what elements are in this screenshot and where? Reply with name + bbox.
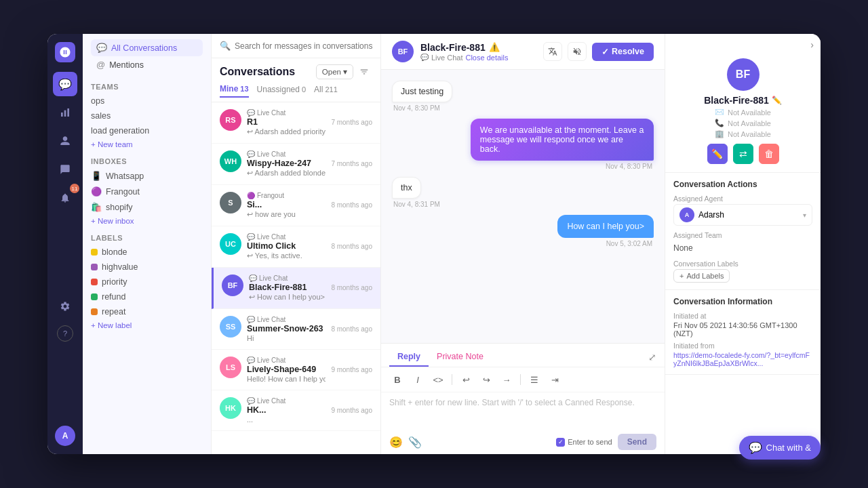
conv-item-si[interactable]: S 🟣 Frangout Si... ↩ how are you 8 month… <box>212 185 380 226</box>
chat-header-sub: 💬 Live Chat Close details <box>420 54 536 62</box>
msg-how-can: How can I help you> Nov 5, 3:02 AM <box>557 215 654 247</box>
right-panel-toggle: › <box>665 34 821 53</box>
contact-name-text: Black-Fire-881 <box>704 95 769 106</box>
tab-reply[interactable]: Reply <box>389 348 429 367</box>
private-note-tab-label: Private Note <box>437 352 484 361</box>
nav-conversations[interactable]: 💬 <box>53 72 77 96</box>
contact-phone-row: 📞 Not Available <box>715 119 771 127</box>
inbox-whatsapp-label: Whatsapp <box>106 171 144 181</box>
livechat-icon-uc: 💬 <box>247 233 255 241</box>
panel-collapse-chevron[interactable]: › <box>810 39 814 50</box>
resolve-button[interactable]: ✓ Resolve <box>592 43 654 61</box>
svg-rect-0 <box>61 113 63 117</box>
search-bar: 🔍 <box>212 34 380 58</box>
tab-mine[interactable]: Mine 13 <box>220 84 249 98</box>
tab-unassigned[interactable]: Unassigned 0 <box>257 85 307 97</box>
sidebar-label-priority[interactable]: priority <box>83 274 211 289</box>
contact-action-edit[interactable]: ✏️ <box>707 144 728 164</box>
assigned-agent-selector[interactable]: A Adarsh ▾ <box>673 204 812 226</box>
conv-preview-wh: ↩ Adarsh added blonde <box>247 169 326 178</box>
right-panel: › BF Black-Fire-881 ✏️ ✉️ Not Available … <box>665 34 821 454</box>
translate-icon-btn[interactable] <box>543 42 562 61</box>
conv-avatar-bf: BF <box>222 274 243 296</box>
redo-btn[interactable]: ↪ <box>478 371 494 388</box>
user-avatar[interactable]: A <box>55 426 75 446</box>
shopify-icon: 🛍️ <box>91 202 102 212</box>
reply-tabs: Reply Private Note ⤢ <box>381 344 665 367</box>
msg-bubble-just-testing: Just testing <box>392 81 452 102</box>
nav-contacts[interactable] <box>53 129 77 153</box>
logo <box>55 42 75 62</box>
sidebar-inbox-whatsapp[interactable]: 📱 Whatsapp <box>83 168 211 184</box>
add-inbox-link[interactable]: + New inbox <box>83 215 211 227</box>
tab-private-note[interactable]: Private Note <box>429 348 492 367</box>
reply-input-area[interactable]: Shift + enter for new line. Start with '… <box>381 392 665 430</box>
conv-item-wh[interactable]: WH 💬 Live Chat Wispy-Haze-247 ↩ Adarsh a… <box>212 144 380 185</box>
mute-icon-btn[interactable] <box>568 42 587 61</box>
nav-messages[interactable] <box>53 157 77 182</box>
label-dot-blonde <box>91 249 98 256</box>
conv-item-ls[interactable]: LS 💬 Live Chat Lively-Shape-649 Hello! H… <box>212 350 380 390</box>
reply-box: Reply Private Note ⤢ B I <> ↩ ↪ → ☰ ⇥ <box>381 343 665 454</box>
conv-item-bf[interactable]: BF 💬 Live Chat Black-Fire-881 ↩ How can … <box>212 268 380 309</box>
conv-item-hk[interactable]: HK 💬 Live Chat HK... ... 9 months ago <box>212 390 380 431</box>
agent-chevron-icon: ▾ <box>803 211 806 219</box>
chat-widget-icon: 💬 <box>749 441 762 454</box>
add-labels-btn[interactable]: + Add Labels <box>673 269 730 283</box>
sidebar-label-blonde[interactable]: blonde <box>83 245 211 260</box>
sidebar-inbox-frangout[interactable]: 🟣 Frangout <box>83 184 211 199</box>
send-button[interactable]: Send <box>618 434 656 450</box>
undo-btn[interactable]: ↩ <box>458 371 474 388</box>
sidebar-team-load-gen[interactable]: load generation <box>83 123 211 138</box>
tab-all[interactable]: All 211 <box>314 85 338 97</box>
chat-header-info: Black-Fire-881 ⚠️ 💬 Live Chat Close deta… <box>420 42 536 62</box>
sidebar-mentions[interactable]: @ Mentions <box>91 56 203 73</box>
filter-icon-btn[interactable] <box>356 64 372 80</box>
conv-content-rs: 💬 Live Chat R1 ↩ Adarsh added priority <box>247 109 326 136</box>
conv-header-actions: Open ▾ <box>316 64 372 80</box>
sidebar-label-repeat[interactable]: repeat <box>83 304 211 319</box>
add-label-link[interactable]: + New label <box>83 319 211 331</box>
enter-to-send-checkbox[interactable]: ✓ <box>556 438 565 447</box>
contact-action-delete[interactable]: 🗑 <box>759 144 779 164</box>
msg-time-unavailable: Nov 4, 8:30 PM <box>604 163 654 170</box>
livechat-icon-hk: 💬 <box>247 397 255 405</box>
bold-btn[interactable]: B <box>389 371 406 388</box>
contact-edit-icon[interactable]: ✏️ <box>772 96 782 105</box>
code-btn[interactable]: <> <box>430 371 446 388</box>
sidebar-label-refund[interactable]: refund <box>83 289 211 304</box>
notifications-badge-wrap: 11 <box>53 186 77 210</box>
team-sales-label: sales <box>91 111 111 121</box>
conv-time-wh: 7 months ago <box>331 160 372 167</box>
initiated-url[interactable]: https://demo-focalede-fy.com/?_bt=eylfcm… <box>673 351 812 367</box>
sidebar-inbox-shopify[interactable]: 🛍️ shopify <box>83 199 211 215</box>
add-team-link[interactable]: + New team <box>83 138 211 150</box>
livechat-icon-ss: 💬 <box>247 316 255 323</box>
chat-with-bubble[interactable]: 💬 Chat with & <box>739 436 821 460</box>
close-details-link[interactable]: Close details <box>465 54 508 62</box>
attachment-btn[interactable]: 📎 <box>408 436 422 449</box>
conv-name-uc: Ultimo Click <box>247 241 326 251</box>
indent-btn[interactable]: ⇥ <box>547 371 563 388</box>
sidebar-all-conversations[interactable]: 💬 All Conversations <box>91 39 203 56</box>
nav-settings[interactable] <box>53 294 77 319</box>
contact-avatar-large: BF <box>727 58 760 91</box>
expand-icon[interactable]: ⤢ <box>648 352 656 363</box>
contact-action-forward[interactable]: ⇄ <box>733 144 753 164</box>
label-dot-highvalue <box>91 264 98 270</box>
open-filter-btn[interactable]: Open ▾ <box>316 64 353 79</box>
sidebar-team-ops[interactable]: ops <box>83 94 211 108</box>
conv-item-ss[interactable]: SS 💬 Live Chat Summer-Snow-263 Hi 8 mont… <box>212 309 380 350</box>
nav-reports[interactable] <box>53 100 77 125</box>
conv-source-ss: 💬 Live Chat <box>247 316 326 323</box>
conv-item-rs[interactable]: RS 💬 Live Chat R1 ↩ Adarsh added priorit… <box>212 102 380 144</box>
forward-btn[interactable]: → <box>498 371 515 388</box>
sidebar-team-sales[interactable]: sales <box>83 108 211 123</box>
conv-item-uc[interactable]: UC 💬 Live Chat Ultimo Click ↩ Yes, its a… <box>212 226 380 268</box>
italic-btn[interactable]: I <box>410 371 426 388</box>
sidebar-label-highvalue[interactable]: highvalue <box>83 260 211 274</box>
list-btn[interactable]: ☰ <box>526 371 542 388</box>
emoji-btn[interactable]: 😊 <box>389 436 403 449</box>
help-icon[interactable]: ? <box>57 325 73 342</box>
search-input[interactable] <box>235 41 372 51</box>
